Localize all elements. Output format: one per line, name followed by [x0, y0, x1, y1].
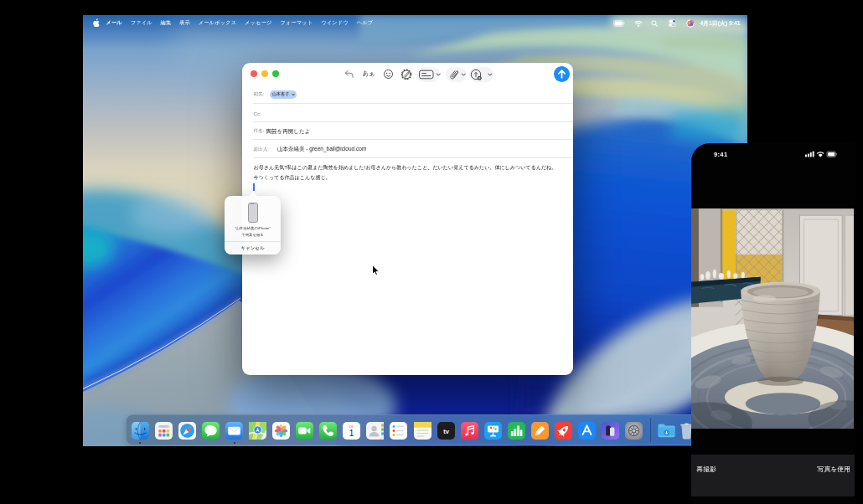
svg-text:1: 1 [349, 428, 354, 437]
svg-text:9:41: 9:41 [714, 151, 728, 158]
